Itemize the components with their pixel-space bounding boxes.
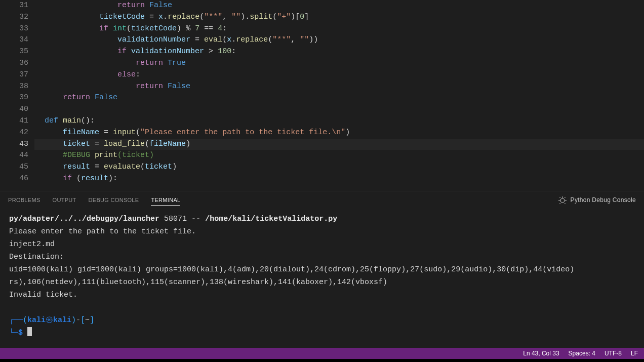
code-line[interactable]: return False bbox=[45, 0, 644, 12]
line-number: 46 bbox=[0, 173, 28, 185]
code-line[interactable]: def main(): bbox=[45, 115, 644, 127]
terminal[interactable]: py/adapter/../../debugpy/launcher 58071 … bbox=[0, 209, 644, 345]
panel-tabs: PROBLEMS OUTPUT DEBUG CONSOLE TERMINAL P… bbox=[0, 191, 644, 209]
prompt-cwd: ~ bbox=[85, 316, 90, 325]
line-number: 32 bbox=[0, 12, 28, 23]
skull-icon: ㉿ bbox=[46, 316, 53, 325]
code-line[interactable]: result = evaluate(ticket) bbox=[45, 162, 644, 173]
status-bar: Ln 43, Col 33 Spaces: 4 UTF-8 LF bbox=[0, 348, 644, 359]
bottom-strip bbox=[0, 359, 644, 362]
line-number: 41 bbox=[0, 115, 28, 127]
code-line[interactable]: return False bbox=[45, 92, 644, 104]
code-line[interactable]: validationNumber = eval(x.replace("**", … bbox=[45, 34, 644, 46]
line-number: 31 bbox=[0, 0, 28, 12]
line-number: 36 bbox=[0, 58, 28, 69]
terminal-line: Invalid ticket. bbox=[9, 291, 77, 299]
code-line[interactable]: if validationNumber > 100: bbox=[45, 46, 644, 58]
terminal-cursor bbox=[27, 327, 32, 336]
debug-icon bbox=[558, 196, 567, 204]
line-number: 33 bbox=[0, 23, 28, 35]
line-number: 38 bbox=[0, 81, 28, 93]
prompt-host: kali bbox=[53, 316, 71, 325]
terminal-line: rs),106(netdev),111(bluetooth),115(scann… bbox=[9, 278, 387, 287]
code-editor[interactable]: 31323334353637383940414243444546 return … bbox=[0, 0, 644, 191]
line-number: 40 bbox=[0, 104, 28, 115]
tab-output[interactable]: OUTPUT bbox=[53, 197, 76, 203]
line-number: 39 bbox=[0, 92, 28, 104]
terminal-line: Please enter the path to the ticket file… bbox=[9, 227, 196, 236]
terminal-line: inject2.md bbox=[9, 240, 55, 249]
tab-terminal[interactable]: TERMINAL bbox=[151, 197, 180, 206]
status-spaces[interactable]: Spaces: 4 bbox=[569, 350, 595, 357]
code-area[interactable]: return False ticketCode = x.replace("**"… bbox=[34, 0, 644, 191]
line-number: 43 bbox=[0, 139, 28, 150]
code-line[interactable]: if (result): bbox=[45, 173, 644, 185]
code-line[interactable]: if int(ticketCode) % 7 == 4: bbox=[45, 23, 644, 35]
prompt-user: kali bbox=[27, 316, 46, 325]
status-eol[interactable]: LF bbox=[631, 350, 638, 357]
terminal-name: Python Debug Console bbox=[571, 196, 636, 204]
line-number: 42 bbox=[0, 127, 28, 139]
line-number: 34 bbox=[0, 34, 28, 46]
code-line[interactable]: else: bbox=[45, 69, 644, 81]
terminal-selector[interactable]: Python Debug Console bbox=[558, 196, 636, 204]
svg-point-0 bbox=[560, 198, 565, 203]
terminal-script-path: /home/kali/ticketValidator.py bbox=[205, 215, 337, 223]
line-number: 35 bbox=[0, 46, 28, 58]
code-line[interactable]: fileName = input("Please enter the path … bbox=[45, 127, 644, 139]
line-number-gutter: 31323334353637383940414243444546 bbox=[0, 0, 34, 191]
prompt-decoration: └─ bbox=[9, 327, 18, 339]
code-line[interactable]: return True bbox=[45, 58, 644, 69]
prompt-symbol: $ bbox=[18, 329, 23, 337]
status-encoding[interactable]: UTF-8 bbox=[605, 350, 622, 357]
tab-debug-console[interactable]: DEBUG CONSOLE bbox=[89, 197, 139, 203]
terminal-line: uid=1000(kali) gid=1000(kali) groups=100… bbox=[9, 265, 574, 274]
terminal-dash: -- bbox=[191, 215, 200, 223]
line-number: 45 bbox=[0, 162, 28, 173]
terminal-line: Destination: bbox=[9, 253, 64, 261]
code-line[interactable]: return False bbox=[45, 81, 644, 93]
tab-problems[interactable]: PROBLEMS bbox=[8, 197, 41, 203]
line-number: 44 bbox=[0, 150, 28, 162]
prompt-decoration: ┌── bbox=[9, 316, 23, 325]
status-ln-col[interactable]: Ln 43, Col 33 bbox=[523, 350, 559, 357]
code-line[interactable] bbox=[45, 104, 644, 115]
code-line[interactable]: ticketCode = x.replace("**", "").split("… bbox=[45, 12, 644, 23]
terminal-port: 58071 bbox=[164, 215, 187, 223]
terminal-cmd-prefix: py/adapter/../../debugpy/launcher bbox=[9, 215, 159, 223]
code-line[interactable]: #DEBUG print(ticket) bbox=[45, 150, 644, 162]
line-number: 37 bbox=[0, 69, 28, 81]
